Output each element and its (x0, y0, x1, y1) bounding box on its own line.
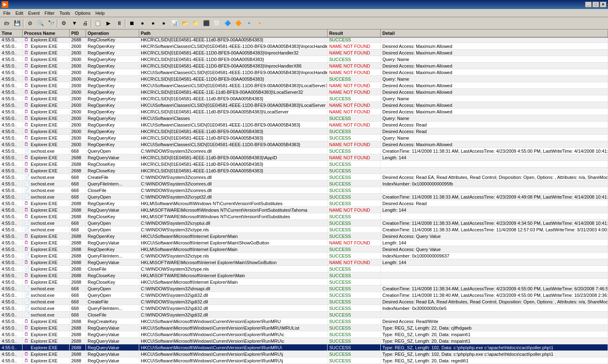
table-row[interactable]: 4:55:0..📄svchost.exe668QueryOpenC:\WINDO… (0, 194, 608, 200)
col-header-pid[interactable]: PID (70, 29, 86, 37)
table-row[interactable]: 4:55:0..📄svchost.exe668QueryFileIntern..… (0, 305, 608, 312)
table-row[interactable]: 4:55:0..📄svchost.exe668QueryOpenC:\WINDO… (0, 226, 608, 233)
cell-time: 4:55:0.. (0, 82, 23, 88)
cell-pid: 2688 (70, 161, 86, 167)
table-row[interactable]: 4:55:0..🗒Explorer.EXE2688RegQueryValueHK… (0, 325, 608, 331)
table-row[interactable]: 4:55:0..📄svchost.exe668QueryOpenC:\WINDO… (0, 148, 608, 154)
menu-item-edit[interactable]: Edit (13, 10, 26, 16)
table-row[interactable]: 4:55:0..🗒Explorer.EXE2688RegCloseKeyHKCR… (0, 161, 608, 167)
toolbar-button-11[interactable]: ⏹ (127, 18, 137, 28)
table-row[interactable]: 4:55:0..🗒Explorer.EXE2688RegQueryValueHK… (0, 344, 608, 351)
cell-detail: Desired Access: Maximum Allowed (381, 102, 608, 108)
close-button[interactable]: ✕ (600, 2, 606, 7)
table-row[interactable]: 4:55:0..🗒Explorer.EXE2600RegQueryKeyHKCR… (0, 95, 608, 102)
col-header-time[interactable]: Time (0, 29, 23, 37)
menu-item-options[interactable]: Options (72, 10, 93, 16)
table-row[interactable]: 4:55:0..🗒Explorer.EXE2688RegQueryValueHK… (0, 357, 608, 364)
toolbar-button-15[interactable]: 📊 (170, 18, 179, 28)
table-row[interactable]: 4:55:0..📄svchost.exe668QueryOpenC:\WINDO… (0, 292, 608, 298)
table-row[interactable]: 4:55:0..🗒Explorer.EXE2688RegOpenKeyHKLM\… (0, 200, 608, 207)
table-row[interactable]: 4:55:0..🗒Explorer.EXE2688RegQueryValueHK… (0, 154, 608, 161)
maximize-button[interactable]: □ (592, 2, 599, 7)
menu-item-file[interactable]: File (1, 10, 13, 16)
table-row[interactable]: 4:55:0..🗒Explorer.EXE2600RegQueryKeyHKCR… (0, 76, 608, 82)
table-row[interactable]: 4:55:0..🗒Explorer.EXE2600RegOpenKeyHKCR\… (0, 50, 608, 56)
data-table[interactable]: 4:55:0..🗒Explorer.EXE2688RegQueryValueHK… (0, 38, 608, 364)
table-row[interactable]: 4:55:0..📄svchost.exe668QueryFileIntern..… (0, 181, 608, 187)
toolbar-button-10[interactable]: ⏸ (114, 18, 124, 28)
cell-result: SUCCESS (328, 331, 381, 337)
toolbar-button-13[interactable]: ● (148, 18, 158, 28)
process-name-text: svchost.exe (31, 306, 54, 311)
toolbar-button-9[interactable]: ▶ (104, 18, 113, 28)
table-row[interactable]: 4:55:0..📄svchost.exe668CloseFileC:\WINDO… (0, 187, 608, 194)
toolbar-button-20[interactable]: 🔷 (223, 18, 233, 28)
toolbar-button-16[interactable]: 📂 (180, 18, 190, 28)
table-row[interactable]: 4:55:0..🗒Explorer.EXE2600RegQueryKeyHKCR… (0, 56, 608, 63)
table-row[interactable]: 4:55:0..🗒Explorer.EXE2600RegOpenKeyHKCR\… (0, 109, 608, 115)
toolbar-button-1[interactable]: 💾 (12, 18, 22, 28)
toolbar-button-12[interactable]: ● (138, 18, 147, 28)
cell-pid: 2688 (70, 279, 86, 285)
table-row[interactable]: 4:55:0..🗒Explorer.EXE2688RegCloseKeyHKCR… (0, 167, 608, 174)
minimize-button[interactable]: _ (585, 2, 592, 7)
table-row[interactable]: 4:55:0..🗒Explorer.EXE2600RegOpenKeyHKCU\… (0, 82, 608, 89)
table-row[interactable]: 4:55:0..🗒Explorer.EXE2600RegQueryKeyHKCU… (0, 115, 608, 122)
table-row[interactable]: 4:55:0..🗒Explorer.EXE2600RegOpenKeyHKCU\… (0, 122, 608, 128)
table-row[interactable]: 4:55:0..🗒Explorer.EXE2600RegOpenKeyHKCU\… (0, 69, 608, 76)
table-row[interactable]: 4:55:0..🗒Explorer.EXE2688RegCloseKeyHKLM… (0, 213, 608, 220)
table-row[interactable]: 4:55:0..🗒Explorer.EXE2600RegOpenKeyHKCR\… (0, 89, 608, 95)
toolbar-button-3[interactable]: 🔍 (36, 18, 45, 28)
table-row[interactable]: 4:55:0..🗒Explorer.EXE2600RegOpenKeyHKCR\… (0, 43, 608, 50)
menu-item-filter[interactable]: Filter (42, 10, 57, 16)
table-row[interactable]: 4:55:0..📄svchost.exe668QueryOpenC:\WINDO… (0, 285, 608, 292)
toolbar-button-2[interactable]: ⊘ (25, 18, 35, 28)
col-header-operation[interactable]: Operation (86, 29, 139, 37)
toolbar-button-22[interactable]: 🔹 (244, 18, 254, 28)
table-row[interactable]: 4:55:0..🗒Explorer.EXE2600RegOpenKeyHKCU\… (0, 141, 608, 148)
toolbar-button-17[interactable]: 📁 (191, 18, 201, 28)
toolbar-button-5[interactable]: ⚙ (59, 18, 69, 28)
toolbar-button-8[interactable]: 📋 (93, 18, 103, 28)
table-row[interactable]: 4:55:0..🗒Explorer.EXE2688RegQueryValueHK… (0, 240, 608, 246)
toolbar-button-18[interactable]: ⬛ (201, 18, 211, 28)
table-row[interactable]: 4:55:0..🗒Explorer.EXE2688RegCreateKeyHKC… (0, 318, 608, 325)
table-row[interactable]: 4:55:0..📄svchost.exe668CloseFileC:\WINDO… (0, 312, 608, 318)
table-row[interactable]: 4:55:0..📄Explorer.EXE2688QueryFileIntern… (0, 253, 608, 259)
table-row[interactable]: 4:55:0..🗒Explorer.EXE2688RegQueryValueHK… (0, 259, 608, 266)
menu-item-help[interactable]: Help (93, 10, 107, 16)
table-row[interactable]: 4:55:0..🗒Explorer.EXE2688RegCloseKeyHKCR… (0, 38, 608, 43)
table-row[interactable]: 4:55:0..🗒Explorer.EXE2688RegOpenKeyHKCU\… (0, 233, 608, 240)
toolbar-button-23[interactable]: 🔸 (255, 18, 264, 28)
col-header-result[interactable]: Result (328, 29, 381, 37)
table-row[interactable]: 4:55:0..🗒Explorer.EXE2688RegOpenKeyHKLM\… (0, 246, 608, 253)
table-row[interactable]: 4:55:0..📄svchost.exe668QueryOpenC:\WINDO… (0, 220, 608, 226)
table-row[interactable]: 4:55:0..📄svchost.exe668CreateFileC:\WIND… (0, 174, 608, 181)
table-row[interactable]: 4:55:0..🗒Explorer.EXE2600RegOpenKeyHKCR\… (0, 63, 608, 69)
table-row[interactable]: 4:55:0..📄Explorer.EXE2688CloseFileC:\WIN… (0, 266, 608, 272)
toolbar-button-14[interactable]: ● (159, 18, 169, 28)
table-row[interactable]: 4:55:0..🗒Explorer.EXE2688RegCloseKeyHKLM… (0, 272, 608, 279)
toolbar-button-6[interactable]: ▼ (70, 18, 79, 28)
menu-item-tools[interactable]: Tools (57, 10, 72, 16)
toolbar-button-19[interactable]: ⬜ (212, 18, 222, 28)
toolbar-button-21[interactable]: 🔶 (233, 18, 243, 28)
col-header-path[interactable]: Path (139, 29, 328, 37)
table-row[interactable]: 4:55:0..🗒Explorer.EXE2688RegQueryValueHK… (0, 331, 608, 338)
table-row[interactable]: 4:55:0..🗒Explorer.EXE2688RegQueryValueHK… (0, 207, 608, 213)
toolbar-button-7[interactable]: 🖨 (80, 18, 90, 28)
col-header-detail[interactable]: Detail (381, 29, 608, 37)
menu-item-event[interactable]: Event (26, 10, 42, 16)
process-name-text: svchost.exe (31, 194, 54, 199)
table-row[interactable]: 4:55:0..📄svchost.exe668CreateFileC:\WIND… (0, 298, 608, 305)
toolbar-button-0[interactable]: 🗁 (2, 18, 11, 28)
toolbar-button-4[interactable]: 🔭 (46, 18, 56, 28)
cell-detail: Length: 144 (381, 240, 608, 246)
col-header-process[interactable]: Process Name (23, 29, 70, 37)
table-row[interactable]: 4:55:0..🗒Explorer.EXE2688RegQueryValueHK… (0, 338, 608, 344)
table-row[interactable]: 4:55:0..🗒Explorer.EXE2600RegOpenKeyHKCU\… (0, 102, 608, 109)
table-row[interactable]: 4:55:0..🗒Explorer.EXE2688RegQueryValueHK… (0, 351, 608, 357)
table-row[interactable]: 4:55:0..🗒Explorer.EXE2600RegQueryKeyHKCR… (0, 135, 608, 141)
table-row[interactable]: 4:55:0..🗒Explorer.EXE2600RegOpenKeyHKCR\… (0, 128, 608, 135)
table-row[interactable]: 4:55:0..🗒Explorer.EXE2688RegCloseKeyHKCU… (0, 279, 608, 285)
